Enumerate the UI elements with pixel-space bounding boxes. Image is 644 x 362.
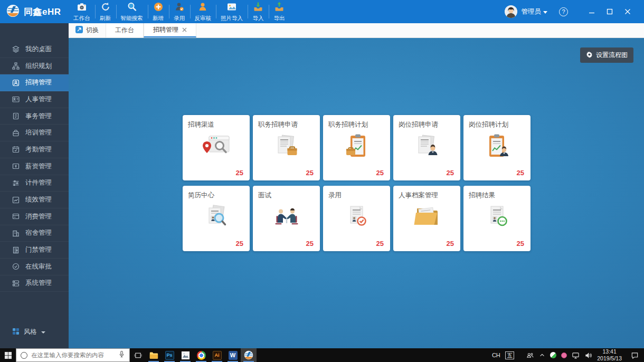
sidebar-item-org-planning[interactable]: 组织规划 bbox=[0, 58, 69, 75]
card-interview[interactable]: 面试 25 bbox=[253, 186, 320, 251]
taskbar-app-illustrator[interactable]: Ai bbox=[209, 348, 225, 362]
sidebar-item-label: 绩效管理 bbox=[25, 195, 52, 204]
people-icon[interactable] bbox=[526, 351, 534, 359]
ime-indicator[interactable]: 五 bbox=[505, 351, 515, 359]
card-post-recruit-plan[interactable]: 岗位招聘计划 25 bbox=[463, 115, 531, 180]
taskbar-app-chrome[interactable] bbox=[193, 348, 209, 362]
taskbar-app-ehr[interactable] bbox=[241, 348, 257, 362]
doc-briefcase-icon bbox=[253, 133, 320, 160]
word-icon: W bbox=[229, 351, 238, 360]
start-button[interactable] bbox=[0, 348, 16, 362]
card-title: 招聘结果 bbox=[469, 191, 495, 200]
set-flowchart-button[interactable]: 设置流程图 bbox=[580, 47, 633, 63]
close-icon[interactable] bbox=[619, 4, 637, 20]
card-recruitment-channel[interactable]: 招聘渠道 25 bbox=[183, 115, 250, 180]
sidebar-item-my-desktop[interactable]: 我的桌面 bbox=[0, 41, 69, 58]
card-personnel-archive[interactable]: 人事档案管理 25 bbox=[393, 186, 460, 251]
tabbar: 切换 工作台 招聘管理 bbox=[69, 23, 644, 38]
language-indicator[interactable]: CH bbox=[492, 352, 500, 358]
sidebar-item-consumption[interactable]: 消费管理 bbox=[0, 208, 69, 225]
action-center-icon[interactable] bbox=[631, 351, 639, 359]
taskbar-app-photos[interactable] bbox=[177, 348, 193, 362]
cortana-icon bbox=[21, 352, 27, 359]
server-icon bbox=[12, 280, 20, 287]
toolbar-workbench-button[interactable]: 工作台 bbox=[69, 0, 95, 23]
toolbar-photo-import-button[interactable]: 照片导入 bbox=[216, 0, 248, 23]
tab-workbench[interactable]: 工作台 bbox=[106, 23, 144, 37]
toolbar-import-button[interactable]: 导入 bbox=[248, 0, 269, 23]
smart-search-icon bbox=[127, 2, 137, 14]
sidebar-item-recruitment[interactable]: 招聘管理 bbox=[0, 74, 69, 91]
toolbar-refresh-button[interactable]: 刷新 bbox=[95, 0, 116, 23]
style-caret-icon bbox=[41, 331, 45, 334]
card-recruit-result[interactable]: 招聘结果 25 bbox=[463, 186, 531, 251]
volume-icon[interactable] bbox=[584, 351, 592, 359]
card-hire[interactable]: 录用 25 bbox=[323, 186, 390, 251]
org-chart-icon bbox=[12, 62, 20, 70]
card-job-recruit-request[interactable]: 职务招聘申请 25 bbox=[253, 115, 320, 180]
minimize-icon[interactable] bbox=[583, 4, 601, 20]
microphone-icon[interactable] bbox=[118, 350, 125, 360]
sidebar-item-piecework[interactable]: 计件管理 bbox=[0, 175, 69, 192]
card-post-recruit-request[interactable]: 岗位招聘申请 25 bbox=[393, 115, 460, 180]
topbar-right: 管理员 ? bbox=[505, 4, 644, 20]
toolbar: 工作台 刷新 智能搜索 新增 录用 反审核 照片导入 导入 bbox=[69, 0, 290, 23]
sidebar-item-label: 系统管理 bbox=[25, 279, 52, 288]
folder-icon bbox=[393, 204, 460, 231]
sidebar-item-dormitory[interactable]: 宿舍管理 bbox=[0, 225, 69, 242]
recruit-person-icon bbox=[12, 79, 20, 87]
taskbar-search[interactable] bbox=[16, 348, 130, 362]
maximize-icon[interactable] bbox=[601, 4, 619, 20]
sidebar-item-salary[interactable]: 薪资管理 bbox=[0, 158, 69, 175]
taskbar-app-photoshop[interactable]: Ps bbox=[162, 348, 177, 362]
network-icon[interactable] bbox=[572, 351, 580, 359]
gear-icon bbox=[586, 51, 593, 60]
workbench-camera-icon bbox=[77, 2, 87, 14]
windows-taskbar: Ps Ai W CH 五 13:41 2019/5/13 bbox=[0, 348, 644, 362]
tab-close-icon[interactable] bbox=[182, 26, 187, 34]
tray-drive-icon[interactable] bbox=[550, 352, 556, 358]
card-resume-center[interactable]: 简历中心 25 bbox=[183, 186, 250, 251]
sidebar-item-hr[interactable]: 人事管理 bbox=[0, 91, 69, 108]
card-job-recruit-plan[interactable]: 职务招聘计划 25 bbox=[323, 115, 390, 180]
tab-recruitment[interactable]: 招聘管理 bbox=[144, 23, 196, 37]
toolbar-export-button[interactable]: 导出 bbox=[269, 0, 290, 23]
toolbar-add-button[interactable]: 新增 bbox=[148, 0, 169, 23]
task-view-button[interactable] bbox=[130, 348, 146, 362]
user-name[interactable]: 管理员 bbox=[522, 7, 542, 16]
taskbar-app-explorer[interactable] bbox=[146, 348, 162, 362]
sidebar-item-affairs[interactable]: 事务管理 bbox=[0, 108, 69, 125]
tray-app-icon[interactable] bbox=[561, 353, 567, 358]
search-input[interactable] bbox=[31, 352, 115, 358]
card-title: 录用 bbox=[328, 191, 342, 200]
style-switcher[interactable]: 风格 bbox=[12, 328, 45, 337]
taskbar-app-word[interactable]: W bbox=[225, 348, 241, 362]
illustrator-icon: Ai bbox=[213, 351, 222, 360]
toolbar-smart-search-button[interactable]: 智能搜索 bbox=[116, 0, 148, 23]
sidebar-item-attendance[interactable]: 考勤管理 bbox=[0, 141, 69, 158]
window-controls bbox=[583, 4, 637, 20]
toolbar-hire-button[interactable]: 录用 bbox=[169, 0, 190, 23]
toolbar-unaudit-button[interactable]: 反审核 bbox=[190, 0, 216, 23]
app-logo-icon bbox=[6, 4, 20, 20]
sidebar-item-access-control[interactable]: 门禁管理 bbox=[0, 242, 69, 259]
sidebar-item-system[interactable]: 系统管理 bbox=[0, 275, 69, 292]
user-avatar[interactable] bbox=[505, 5, 517, 18]
sidebar-item-online-approval[interactable]: 在线审批 bbox=[0, 259, 69, 275]
switch-button[interactable]: 切换 bbox=[69, 23, 106, 37]
user-menu-caret-icon[interactable] bbox=[543, 11, 547, 14]
hidden-icons-chevron-icon[interactable] bbox=[539, 352, 545, 358]
app-title: 同鑫eHR bbox=[24, 6, 61, 18]
style-label: 风格 bbox=[24, 328, 37, 337]
help-icon[interactable]: ? bbox=[559, 7, 568, 16]
topbar: 同鑫eHR 工作台 刷新 智能搜索 新增 录用 反审核 照片导入 bbox=[0, 0, 644, 23]
main-content: 设置流程图 招聘渠道 25 职务招聘申请 25 职务招聘计划 25 岗位招聘申请… bbox=[69, 38, 644, 348]
sidebar-item-training[interactable]: 培训管理 bbox=[0, 125, 69, 141]
taskbar-clock[interactable]: 13:41 2019/5/13 bbox=[597, 348, 622, 362]
card-count: 25 bbox=[517, 240, 524, 247]
calendar-check-icon bbox=[12, 146, 20, 153]
sidebar-item-label: 人事管理 bbox=[25, 95, 52, 104]
card-title: 职务招聘申请 bbox=[258, 120, 298, 129]
sidebar-item-performance[interactable]: 绩效管理 bbox=[0, 192, 69, 208]
desktop-layers-icon bbox=[12, 45, 20, 53]
